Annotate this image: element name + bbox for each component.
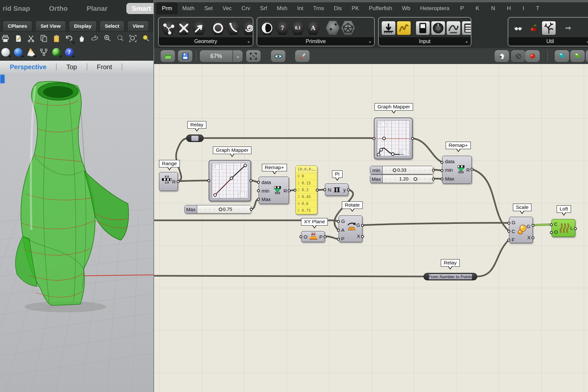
gh-tab-p[interactable]: P	[454, 3, 470, 14]
gradient-control-icon[interactable]	[446, 21, 461, 35]
spiral-param-icon[interactable]	[242, 21, 253, 36]
remap2-max-port[interactable]	[440, 178, 443, 180]
save-file-button[interactable]	[178, 50, 192, 62]
zoom-extents-icon[interactable]	[141, 34, 151, 43]
remap2-component[interactable]: data min Max R	[442, 156, 472, 184]
gh-tab-t[interactable]: T	[530, 3, 545, 14]
paste-icon[interactable]	[52, 34, 61, 43]
gh-tab-pufferfish[interactable]: Pufferfish	[364, 3, 397, 14]
graph-mapper2-component[interactable]: 0 : 1 0 : 1	[374, 118, 413, 159]
relay-arrow-icon[interactable]	[561, 23, 576, 33]
scale-c-port[interactable]	[507, 230, 510, 233]
relay2-component[interactable]: From Number to Points	[423, 273, 477, 280]
graph-mapper2-input-port[interactable]	[373, 137, 375, 140]
rotate-a-port[interactable]	[337, 229, 340, 232]
red-gem-button[interactable]	[525, 50, 540, 62]
zoom-in-icon[interactable]	[103, 34, 112, 43]
group-expand-icon[interactable]: +	[247, 39, 250, 44]
gh-canvas[interactable]: Relay 0.0 1.0 R Range	[154, 64, 588, 392]
slider-track[interactable]: 1.20	[383, 175, 433, 183]
geometry-param-icon[interactable]	[177, 21, 191, 36]
rotate-component[interactable]: G A P G X	[339, 215, 362, 242]
slider-knob[interactable]	[393, 168, 396, 172]
graph-mapper-output-port[interactable]	[249, 179, 252, 182]
gh-tab-int[interactable]: Int	[292, 3, 308, 14]
status-smarttrack[interactable]: Smart	[126, 3, 153, 14]
tab-set-view[interactable]: Set View	[35, 21, 66, 31]
gh-tab-h[interactable]: H	[501, 3, 516, 14]
gh-tab-set[interactable]: Set	[199, 3, 218, 14]
scale-g-port[interactable]	[507, 222, 510, 225]
remap2-min-port[interactable]	[440, 169, 443, 172]
slider-knob[interactable]	[414, 177, 417, 181]
tab-display[interactable]: Display	[69, 21, 97, 31]
pan-hand-icon[interactable]	[77, 34, 87, 43]
remap-min-port[interactable]	[257, 189, 260, 192]
gh-tab-trns[interactable]: Trns	[308, 3, 329, 14]
remap-output-port[interactable]	[288, 189, 291, 192]
group-expand-icon[interactable]: +	[465, 39, 468, 44]
gh-tab-dis[interactable]: Dis	[329, 3, 347, 14]
status-planar[interactable]: Planar	[87, 5, 107, 12]
wireframe-box-button[interactable]	[511, 50, 525, 62]
gh-tab-wb[interactable]: Wb	[397, 3, 415, 14]
loft-component[interactable]: C O L	[551, 219, 575, 237]
loft-c-port[interactable]	[550, 223, 553, 226]
mesh-param-icon[interactable]	[341, 21, 355, 36]
graph-mapper2-plot[interactable]: 0 : 1 0 : 1	[377, 120, 410, 156]
xy-output-port[interactable]	[324, 235, 326, 238]
range-component[interactable]: 0.0 1.0 R	[159, 172, 178, 191]
value-list-icon[interactable]	[462, 21, 471, 35]
graph-mapper-plot[interactable]: 0 : 1 0 : 1	[212, 163, 248, 198]
range-output-port[interactable]	[177, 180, 180, 183]
blue-sphere-icon[interactable]	[13, 47, 23, 57]
remap-component[interactable]: data min Max R	[259, 177, 289, 204]
max-slider2[interactable]: Max 1.20	[370, 175, 433, 183]
rotate-xout-port[interactable]	[361, 235, 364, 238]
undo-icon[interactable]	[64, 34, 74, 43]
viewport-tab-perspective[interactable]: Perspective	[10, 63, 46, 71]
graph-mapper-input-port[interactable]	[207, 179, 210, 182]
remote-glasses-icon[interactable]	[511, 23, 525, 33]
gh-tab-crv[interactable]: Crv	[237, 3, 255, 14]
data-panel[interactable]: {0;0;0;… 00 10.15 20.3 30.45 40.6 50.75	[295, 165, 317, 214]
rhino-viewport[interactable]	[0, 73, 153, 392]
zoom-window-icon[interactable]	[128, 34, 138, 43]
hierarchy-icon[interactable]	[39, 47, 49, 57]
remap-data-port[interactable]	[257, 181, 260, 184]
cone-icon[interactable]	[26, 47, 36, 57]
gh-tab-heteroptera[interactable]: Heteroptera	[415, 3, 454, 14]
gh-tab-pk[interactable]: PK	[347, 3, 364, 14]
min-slider[interactable]: min 0.33	[370, 166, 433, 174]
paint-brush-button[interactable]	[295, 50, 310, 62]
graph-mapper-component[interactable]: 0 : 1 0 : 1	[209, 160, 251, 201]
group-expand-icon[interactable]: +	[369, 39, 371, 44]
cherry-picker-icon[interactable]	[526, 23, 541, 33]
max-slider[interactable]: Max 0.75	[184, 205, 251, 213]
group-expand-icon[interactable]: +	[586, 39, 588, 44]
gh-tab-srf[interactable]: Srf	[255, 3, 272, 14]
collapsed-panel-tab[interactable]	[0, 74, 5, 84]
white-sphere-icon[interactable]	[1, 47, 10, 57]
graph-mapper2-output-port[interactable]	[411, 137, 414, 140]
gh-tab-n[interactable]: N	[485, 3, 501, 14]
slider-track[interactable]: 0.33	[383, 166, 433, 174]
control-knob-icon[interactable]	[431, 21, 445, 35]
gh-tab-i[interactable]: I	[517, 3, 530, 14]
remap-max-port[interactable]	[257, 198, 260, 201]
slider-output-port[interactable]	[432, 169, 435, 172]
text-param-icon[interactable]: A	[306, 21, 320, 36]
clipped-toolbar-button[interactable]	[586, 50, 588, 62]
scale-component[interactable]: G C F G X	[509, 217, 533, 243]
zoom-dropdown-button[interactable]: ⌄	[233, 50, 243, 62]
panel-input-port[interactable]	[294, 189, 296, 192]
copy-icon[interactable]	[39, 34, 49, 43]
preview-eye-button[interactable]	[271, 50, 285, 62]
orbit-icon[interactable]	[90, 34, 100, 43]
point-param-icon[interactable]	[161, 21, 176, 36]
viewport-tab-top[interactable]: Top	[66, 63, 77, 71]
number-param-icon[interactable]: 0.1	[291, 21, 305, 36]
pi-input-port[interactable]	[323, 188, 326, 191]
slider-output-port[interactable]	[432, 178, 435, 180]
slider-knob[interactable]	[219, 208, 222, 211]
